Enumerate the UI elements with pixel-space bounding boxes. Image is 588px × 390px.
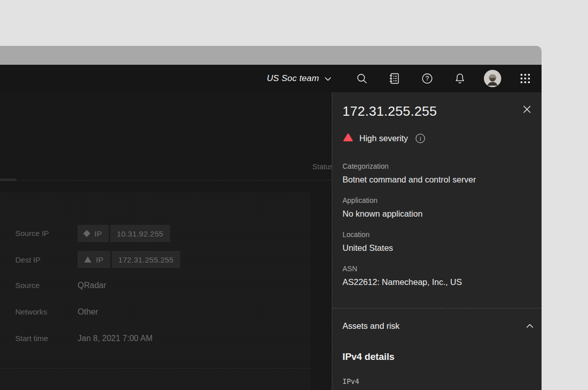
team-selector-label: US Soc team [267,73,319,84]
svg-text:i: i [420,136,421,142]
chip-value: 10.31.92.255 [110,225,170,242]
diamond-severity-icon [83,230,90,237]
severity-row: High severity i [343,133,426,144]
severity-info-button[interactable]: i [415,133,426,144]
chip-value: 172.31.255.255 [112,251,180,268]
bell-icon [454,72,466,85]
close-icon [523,105,531,116]
app-switcher-button[interactable] [509,65,542,92]
help-button[interactable]: ? [411,65,444,92]
detail-label: Source IP [15,229,49,238]
ipv4-field-label: IPv4 [342,377,359,385]
app-header: US Soc team [0,65,542,92]
field-asn: ASN AS22612: Namecheap, Inc., US [342,264,531,288]
status-column-header: Status [312,163,333,171]
background-page: Status Source IP IP 10.31.92.255 [0,92,332,390]
team-selector-dropdown[interactable]: US Soc team [267,73,331,84]
triangle-severity-icon [84,256,91,263]
detail-label: Dest IP [15,255,40,264]
panel-divider [332,308,542,308]
field-application: Application No known application [342,196,531,219]
app-window: US Soc team [0,46,542,390]
main-content: Status Source IP IP 10.31.92.255 [0,92,542,390]
help-icon: ? [421,72,433,85]
field-value: AS22612: Namecheap, Inc., US [342,276,531,288]
field-value: United States [342,242,531,253]
screenshot-stage: US Soc team [0,0,588,390]
detail-value: Other [78,307,98,317]
field-label: Application [342,196,531,205]
app-switcher-icon [520,73,531,84]
field-categorization: Categorization Botnet command and contro… [342,162,531,185]
search-button[interactable] [346,65,378,92]
svg-text:?: ? [426,75,429,82]
catalog-button[interactable] [378,65,411,92]
search-icon [356,73,368,84]
chip-value-label: 172.31.255.255 [118,255,174,264]
detail-label: Networks [15,307,47,316]
detail-label: Start time [15,334,48,343]
severity-label: High severity [359,134,408,143]
chip-tag-label: IP [94,229,102,238]
dest-ip-chip[interactable]: IP 172.31.255.255 [78,251,180,268]
field-label: Location [342,230,531,239]
chip-tag-label: IP [96,255,104,264]
high-severity-icon [343,133,353,144]
detail-label: Source [15,281,40,290]
ip-detail-panel: 172.31.255.255 High severity i [332,92,542,390]
field-label: Categorization [342,162,531,171]
chip-value-label: 10.31.92.255 [117,229,163,238]
chevron-down-icon [325,74,331,83]
field-value: No known application [342,208,531,219]
avatar-icon [483,69,502,88]
source-ip-chip[interactable]: IP 10.31.92.255 [78,225,170,242]
window-titlebar [0,46,542,65]
close-panel-button[interactable] [521,105,532,116]
catalog-icon [388,72,401,85]
card-divider [0,368,310,369]
section-divider [0,180,332,180]
user-avatar[interactable] [476,65,509,92]
panel-title: 172.31.255.255 [342,103,437,119]
detail-value: Jan 8, 2021 7:00 AM [78,334,153,343]
field-value: Botnet command and control server [342,174,531,185]
chip-tag: IP [78,251,110,268]
offense-details-card: Source IP IP 10.31.92.255 Dest [0,192,310,390]
ipv4-details-heading: IPv4 details [342,351,395,362]
chip-tag: IP [78,225,109,242]
notifications-button[interactable] [444,65,476,92]
field-label: ASN [342,264,531,273]
assets-and-risk-accordion[interactable]: Assets and risk [342,319,533,333]
field-location: Location United States [342,230,531,253]
accordion-label: Assets and risk [342,321,400,331]
chevron-up-icon [526,321,533,330]
detail-value: QRadar [78,281,106,290]
